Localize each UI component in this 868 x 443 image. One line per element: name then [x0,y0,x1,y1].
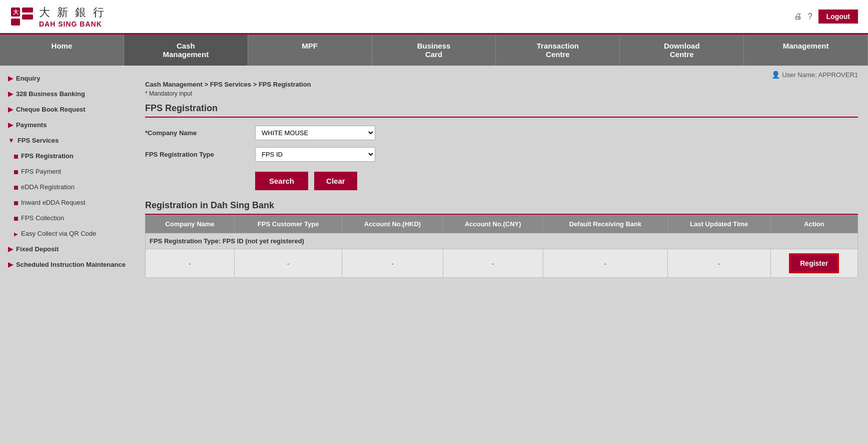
logo-chinese: 大 新 銀 行 [39,5,106,20]
table-row: - - - - - - Register [146,249,858,278]
register-button[interactable]: Register [790,254,838,272]
bullet-icon [14,170,18,174]
sidebar-item-edda-registration[interactable]: eDDA Registration [0,179,135,195]
arrow-icon: ▶ [8,245,13,253]
logo-text: 大 新 銀 行 DAH SING BANK [39,5,106,28]
form-section-title: FPS Registration [145,103,858,118]
arrow-icon: ▶ [8,121,13,129]
cell-company: - [146,249,235,278]
arrow-icon: ▶ [14,231,18,237]
col-last-updated: Last Updated Time [668,215,770,233]
cell-updated: - [668,249,770,278]
fps-type-select[interactable]: FPS ID Mobile Email [255,147,375,162]
logo-icon: 大 [10,7,34,27]
sidebar-item-fps-registration[interactable]: FPS Registration [0,148,135,164]
nav-management[interactable]: Management [744,35,868,66]
sidebar-item-cheque[interactable]: ▶Cheque Book Request [0,102,135,117]
arrow-down-icon: ▼ [8,137,15,144]
table-section-title: Registration in Dah Sing Bank [145,200,858,215]
arrow-icon: ▶ [8,75,13,82]
nav-mpf[interactable]: MPF [248,35,372,66]
company-name-label: *Company Name [145,129,255,137]
logo-area: 大 大 新 銀 行 DAH SING BANK [10,5,106,28]
sidebar-item-fps-collection[interactable]: FPS Collection [0,210,135,226]
form-buttons: Search Clear [255,172,858,190]
fps-type-row: FPS Registration Type FPS ID Mobile Emai… [145,147,858,162]
logo-english: DAH SING BANK [39,20,106,28]
svg-text:大: 大 [13,9,19,15]
col-company-name: Company Name [146,215,235,233]
col-action: Action [770,215,858,233]
bullet-icon [14,186,18,190]
sidebar-item-inward-edda[interactable]: Inward eDDA Request [0,195,135,210]
col-account-cny: Account No.(CNY) [443,215,543,233]
sidebar-item-payments[interactable]: ▶Payments [0,117,135,133]
registration-table: Company Name FPS Customer Type Account N… [145,215,858,278]
cell-action[interactable]: Register [770,249,858,278]
help-icon[interactable]: ? [808,12,812,21]
main-content: 👤 User Name: APPROVER1 Cash Management >… [135,66,868,283]
cell-fps-type: - [234,249,342,278]
breadcrumb: Cash Management > FPS Services > FPS Reg… [145,81,858,88]
sidebar-item-scheduled[interactable]: ▶Scheduled Instruction Maintenance [0,257,135,272]
cell-hkd: - [342,249,443,278]
svg-rect-1 [22,8,33,13]
nav-bar: Home CashManagement MPF BusinessCard Tra… [0,35,868,66]
sidebar-item-fps-payment[interactable]: FPS Payment [0,164,135,179]
col-default-bank: Default Receiving Bank [543,215,667,233]
company-name-row: *Company Name WHITE MOUSE [145,126,858,140]
fps-type-info-cell: FPS Registration Type: FPS ID (not yet r… [146,233,858,249]
user-icon: 👤 [771,71,780,79]
nav-business-card[interactable]: BusinessCard [372,35,496,66]
mandatory-note: * Mandatory input [145,90,858,97]
header-actions: 🖨 ? Logout [794,10,858,24]
print-icon[interactable]: 🖨 [794,12,802,21]
sidebar: ▶Enquiry ▶328 Business Banking ▶Cheque B… [0,66,135,283]
company-name-select[interactable]: WHITE MOUSE [255,126,375,140]
bullet-icon [14,155,18,159]
sidebar-item-fixed-deposit[interactable]: ▶Fixed Deposit [0,241,135,257]
arrow-icon: ▶ [8,90,13,98]
cell-cny: - [443,249,543,278]
bullet-icon [14,201,18,205]
fps-type-label: FPS Registration Type [145,151,255,158]
svg-rect-3 [11,19,20,26]
nav-download-centre[interactable]: DownloadCentre [620,35,744,66]
logout-button[interactable]: Logout [818,10,858,24]
sidebar-item-easy-collect[interactable]: ▶Easy Collect via QR Code [0,226,135,241]
nav-home[interactable]: Home [0,35,124,66]
bullet-icon [14,217,18,221]
search-button[interactable]: Search [255,172,308,190]
arrow-icon: ▶ [8,261,13,268]
cell-default-bank: - [543,249,667,278]
username-label: User Name: APPROVER1 [782,71,858,79]
user-info: 👤 User Name: APPROVER1 [145,71,858,79]
col-account-hkd: Account No.(HKD) [342,215,443,233]
sidebar-item-fps-services[interactable]: ▼FPS Services [0,133,135,148]
col-fps-customer-type: FPS Customer Type [234,215,342,233]
clear-button[interactable]: Clear [314,172,357,190]
fps-type-info-row: FPS Registration Type: FPS ID (not yet r… [146,233,858,249]
sidebar-item-328[interactable]: ▶328 Business Banking [0,86,135,102]
nav-cash-management[interactable]: CashManagement [124,35,248,66]
arrow-icon: ▶ [8,106,13,113]
nav-transaction-centre[interactable]: TransactionCentre [496,35,620,66]
svg-rect-2 [22,15,33,20]
sidebar-item-enquiry[interactable]: ▶Enquiry [0,71,135,86]
